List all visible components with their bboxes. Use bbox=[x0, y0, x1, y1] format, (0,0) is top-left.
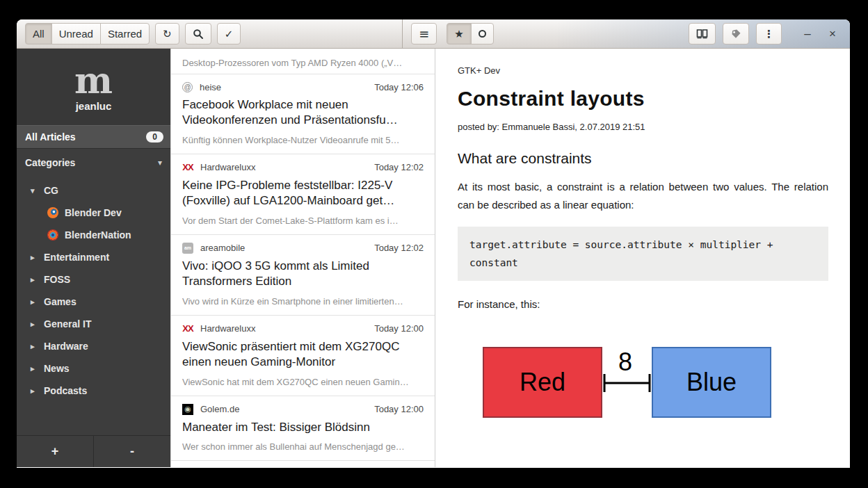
article-list[interactable]: Desktop-Prozessoren vom Typ AMD Ryzen 40… bbox=[171, 49, 435, 467]
chevron-right-icon[interactable]: ▸ bbox=[31, 275, 38, 284]
article-view[interactable]: GTK+ Dev Constraint layouts posted by: E… bbox=[435, 49, 850, 467]
item-source: Golem.de bbox=[200, 404, 239, 414]
item-source: Hardwareluxx bbox=[200, 323, 255, 334]
constraint-diagram: Red Blue 8 bbox=[479, 340, 774, 429]
service-logo: m bbox=[74, 63, 113, 99]
item-time: Today 12:06 bbox=[374, 82, 424, 92]
item-snippet: ViewSonic hat mit dem XG270QC einen neue… bbox=[182, 377, 424, 387]
list-item[interactable]: @ heise Today 12:06 Facebook Workplace m… bbox=[171, 74, 435, 154]
book-icon bbox=[696, 29, 708, 39]
unread-count-badge: 0 bbox=[146, 131, 163, 143]
feed-label: BlenderNation bbox=[65, 229, 131, 241]
circle-icon bbox=[479, 30, 486, 38]
sidebar-item-entertainment[interactable]: ▸ Entertainment bbox=[17, 246, 170, 268]
feedreader-window: All Unread Starred ↻ ✓ ≡ ★ bbox=[17, 19, 850, 468]
star-toggle-button[interactable]: ★ bbox=[447, 23, 471, 44]
list-item[interactable]: XX Hardwareluxx Today 12:00 ViewSonic pr… bbox=[171, 316, 435, 396]
category-label: Hardware bbox=[44, 341, 88, 352]
tag-icon bbox=[730, 29, 741, 40]
sidebar-item-blendernation[interactable]: BlenderNation bbox=[17, 224, 170, 246]
category-label: Games bbox=[44, 296, 77, 307]
unread-toggle-button[interactable] bbox=[471, 23, 494, 44]
refresh-button[interactable]: ↻ bbox=[155, 23, 179, 44]
article-paragraph: At its most basic, a constraint is a rel… bbox=[458, 178, 828, 214]
heise-feed-icon: @ bbox=[182, 82, 193, 92]
hamburger-icon: ≡ bbox=[419, 26, 429, 41]
sidebar-item-news[interactable]: ▸ News bbox=[17, 357, 170, 380]
sidebar-item-podcasts[interactable]: ▸ Podcasts bbox=[17, 380, 170, 402]
chevron-right-icon[interactable]: ▸ bbox=[31, 364, 38, 373]
sidebar-item-games[interactable]: ▸ Games bbox=[17, 291, 170, 313]
kebab-icon: ⋮ bbox=[764, 28, 774, 40]
refresh-icon: ↻ bbox=[163, 28, 172, 40]
titlebar-separator bbox=[402, 19, 403, 49]
account-header: m jeanluc bbox=[17, 49, 170, 125]
category-label: CG bbox=[44, 185, 58, 196]
main-area: m jeanluc All Articles 0 Categories ▾ ▾ … bbox=[17, 49, 850, 467]
chevron-right-icon[interactable]: ▸ bbox=[31, 253, 38, 262]
item-source: areamobile bbox=[200, 243, 245, 253]
close-button[interactable]: × bbox=[823, 27, 842, 41]
article-feed-name: GTK+ Dev bbox=[458, 65, 828, 76]
blue-box-label: Blue bbox=[686, 368, 737, 396]
code-block: target.attribute = source.attribute × mu… bbox=[458, 227, 828, 281]
sidebar-item-hardware[interactable]: ▸ Hardware bbox=[17, 335, 170, 357]
tab-starred[interactable]: Starred bbox=[100, 23, 150, 44]
item-time: Today 12:00 bbox=[374, 323, 424, 334]
add-feed-button[interactable]: + bbox=[17, 436, 94, 467]
sidebar-footer: + - bbox=[17, 435, 170, 467]
sidebar-item-all-articles[interactable]: All Articles 0 bbox=[17, 125, 170, 149]
sidebar-item-cg[interactable]: ▾ CG bbox=[17, 179, 170, 202]
filter-tabs: All Unread Starred bbox=[25, 23, 150, 44]
hardwareluxx-feed-icon: XX bbox=[182, 162, 193, 173]
search-button[interactable] bbox=[185, 23, 211, 44]
categories-label: Categories bbox=[25, 157, 75, 168]
tag-button[interactable] bbox=[723, 23, 749, 44]
item-title: Facebook Workplace mit neuen Videokonfer… bbox=[182, 97, 424, 129]
titlebar-right-cluster: ⋮ – × bbox=[689, 23, 842, 44]
item-source: Hardwareluxx bbox=[200, 162, 255, 172]
section-heading: What are constraints bbox=[458, 150, 828, 167]
remove-feed-button[interactable]: - bbox=[94, 436, 170, 467]
paragraph-line: can be described as a linear equation: bbox=[458, 196, 828, 214]
mark-read-button[interactable]: ✓ bbox=[217, 23, 241, 44]
more-options-button[interactable]: ⋮ bbox=[756, 23, 782, 44]
search-icon bbox=[193, 29, 204, 40]
sidebar-item-blender-dev[interactable]: Blender Dev bbox=[17, 202, 170, 224]
all-articles-label: All Articles bbox=[25, 131, 76, 143]
tab-all[interactable]: All bbox=[25, 23, 52, 44]
category-label: News bbox=[44, 363, 70, 374]
sidebar-item-general-it[interactable]: ▸ General IT bbox=[17, 313, 170, 335]
category-label: General IT bbox=[44, 318, 91, 330]
red-box-label: Red bbox=[520, 368, 565, 396]
chevron-down-icon[interactable]: ▾ bbox=[31, 186, 38, 195]
list-item-partial-top[interactable]: Desktop-Prozessoren vom Typ AMD Ryzen 40… bbox=[171, 49, 435, 74]
read-later-button[interactable] bbox=[689, 23, 716, 44]
tab-unread[interactable]: Unread bbox=[51, 23, 101, 44]
article-state-toggle: ★ bbox=[447, 23, 493, 44]
list-item[interactable]: XX Hardwareluxx Today 12:02 Keine IPG-Pr… bbox=[171, 154, 435, 235]
category-label: Podcasts bbox=[44, 385, 87, 396]
blender-feed-icon bbox=[47, 207, 58, 218]
item-source: heise bbox=[200, 82, 221, 92]
chevron-right-icon[interactable]: ▸ bbox=[31, 320, 38, 329]
article-byline: posted by: Emmanuele Bassi, 2.07.2019 21… bbox=[458, 122, 828, 132]
chevron-right-icon[interactable]: ▸ bbox=[31, 387, 38, 396]
code-line: target.attribute = source.attribute × mu… bbox=[469, 236, 817, 254]
list-item-partial-bottom[interactable]: SJ Serienjunkies Today 12:00 bbox=[171, 461, 435, 467]
minimize-button[interactable]: – bbox=[798, 27, 817, 41]
chevron-right-icon[interactable]: ▸ bbox=[31, 298, 38, 307]
sidebar-spacer bbox=[17, 402, 170, 435]
check-icon: ✓ bbox=[225, 28, 234, 40]
sidebar-item-foss[interactable]: ▸ FOSS bbox=[17, 268, 170, 291]
paragraph-line: At its most basic, a constraint is a rel… bbox=[458, 178, 828, 196]
code-line: constant bbox=[469, 254, 817, 272]
item-time: Today 12:02 bbox=[374, 162, 424, 172]
list-item[interactable]: am areamobile Today 12:02 Vivo: iQOO 3 5… bbox=[171, 235, 435, 316]
item-time: Today 12:00 bbox=[374, 404, 424, 414]
list-item[interactable]: ◉ Golem.de Today 12:00 Maneater im Test:… bbox=[171, 396, 435, 461]
chevron-down-icon: ▾ bbox=[158, 158, 162, 168]
chevron-right-icon[interactable]: ▸ bbox=[31, 342, 38, 351]
menu-button[interactable]: ≡ bbox=[411, 23, 437, 44]
categories-header[interactable]: Categories ▾ bbox=[17, 149, 170, 177]
